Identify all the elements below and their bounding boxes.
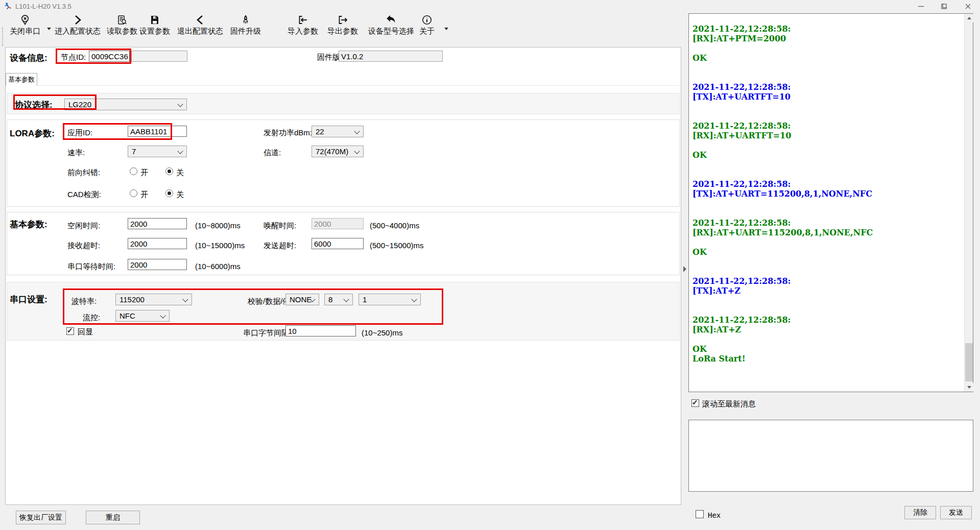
export-params-icon: [337, 14, 348, 26]
toolbar-grip: [2, 28, 3, 46]
node-id-input[interactable]: 0009CC36: [89, 51, 130, 62]
rate-select[interactable]: 7: [128, 146, 187, 157]
cad-label: CAD检测:: [67, 190, 101, 200]
hex-checkbox[interactable]: [696, 510, 704, 518]
chevron-down-icon: [160, 312, 165, 318]
maximize-icon: [941, 4, 947, 9]
log-line: [TX]:AT+UARTFT=10: [692, 92, 963, 102]
toolbar-read-params[interactable]: 读取参数: [106, 13, 138, 37]
serial-section-label: 串口设置:: [10, 294, 47, 305]
echo-checkbox[interactable]: [66, 327, 74, 335]
send-button[interactable]: 发送: [940, 506, 972, 519]
rate-value: 7: [132, 147, 136, 156]
log-area: 2021-11-22,12:28:58:[RX]:AT+PTM=2000 OK …: [692, 24, 963, 390]
clear-label: 清除: [913, 508, 927, 517]
toolbar-label: 设置参数: [139, 27, 170, 36]
cad-radio-on[interactable]: [130, 189, 137, 197]
cad-radio-off[interactable]: [165, 189, 173, 197]
tab-basic-params[interactable]: 基本参数: [6, 73, 37, 86]
window-title: L101-L-H20 V1.3.5: [15, 3, 71, 10]
app-id-input[interactable]: AABB1101: [128, 126, 187, 137]
idle-time-value: 2000: [130, 220, 147, 228]
stop-bits-select[interactable]: 1: [358, 294, 421, 305]
byte-gap-label: 串口字节间隔:: [243, 328, 291, 338]
scrollbar-thumb[interactable]: [965, 343, 973, 381]
maximize-button[interactable]: [933, 0, 955, 12]
echo-label: 回显: [78, 327, 93, 337]
parity-select[interactable]: NONE: [285, 294, 319, 305]
chevron-down-icon: [354, 128, 360, 134]
toolbar-label: 固件升级: [230, 27, 261, 36]
fec-radio-on[interactable]: [130, 167, 137, 175]
toolbar-label: 导入参数: [288, 27, 318, 36]
toolbar-device-model-select[interactable]: 设备型号选择: [365, 13, 418, 37]
flow-control-value: NFC: [119, 311, 135, 320]
log-line: 2021-11-22,12:28:58:: [692, 121, 963, 131]
factory-reset-button[interactable]: 恢复出厂设置: [16, 511, 66, 524]
channel-value: 72(470M): [316, 147, 348, 156]
send-input-area[interactable]: [688, 420, 973, 492]
toolbar-write-params[interactable]: 设置参数: [139, 13, 171, 37]
idle-time-input[interactable]: 2000: [128, 218, 187, 229]
send-label: 发送: [949, 508, 963, 517]
log-scrollbar[interactable]: [964, 14, 973, 392]
close-button[interactable]: [955, 0, 980, 12]
scroll-latest-checkbox[interactable]: [691, 399, 699, 407]
toolbar-enter-config-mode[interactable]: 进入配置状态: [51, 13, 104, 37]
toolbar-import-params[interactable]: 导入参数: [287, 13, 319, 37]
tab-strip-divider: [6, 85, 681, 86]
data-bits-select[interactable]: 8: [324, 294, 353, 305]
minimize-button[interactable]: [910, 0, 933, 12]
data-bits-value: 8: [328, 295, 332, 304]
chevron-down-icon[interactable]: [47, 28, 51, 30]
log-panel[interactable]: 2021-11-22,12:28:58:[RX]:AT+PTM=2000 OK …: [688, 13, 973, 392]
channel-select[interactable]: 72(470M): [312, 146, 364, 157]
clear-button[interactable]: 清除: [904, 506, 936, 519]
log-line: OK: [692, 247, 963, 257]
log-line: [692, 170, 963, 179]
log-line: [TX]:AT+UART=115200,8,1,NONE,NFC: [692, 189, 963, 199]
chevron-down-icon: [182, 296, 188, 302]
protocol-select[interactable]: LG220: [64, 99, 187, 110]
log-line: OK: [692, 53, 963, 63]
flow-control-select[interactable]: NFC: [115, 310, 170, 322]
arrow-up-icon: [967, 17, 971, 19]
fec-radio-off[interactable]: [165, 167, 173, 175]
cad-radio-on-label: 开: [140, 190, 148, 200]
parity-value: NONE: [290, 295, 312, 304]
app-logo-icon: [4, 2, 12, 10]
scroll-down-button[interactable]: [965, 383, 973, 392]
log-line: 2021-11-22,12:28:58:: [692, 276, 963, 286]
chevron-down-icon: [343, 296, 349, 302]
wake-time-value: 2000: [314, 220, 331, 228]
log-line: [692, 102, 963, 111]
log-line: LoRa Start!: [692, 354, 963, 364]
tx-power-label: 发射功率dBm:: [264, 128, 312, 138]
chevron-down-icon[interactable]: [444, 28, 448, 30]
splitter-collapse-arrow[interactable]: [683, 266, 686, 272]
toolbar-close-serial-port[interactable]: 关闭串口: [4, 13, 46, 37]
scroll-up-button[interactable]: [965, 14, 973, 22]
log-line: [692, 43, 963, 53]
uart-wait-input[interactable]: 2000: [128, 259, 187, 270]
toolbar-firmware-upgrade[interactable]: 固件升级: [230, 13, 261, 37]
idle-time-label: 空闲时间:: [67, 221, 100, 231]
baud-select[interactable]: 115200: [115, 294, 192, 305]
baud-label: 波特率:: [71, 297, 97, 306]
node-id-extra-field[interactable]: [131, 51, 187, 62]
restart-button[interactable]: 重启: [86, 511, 140, 524]
tx-timeout-input[interactable]: 6000: [312, 238, 364, 249]
app-window: L101-L-H20 V1.3.5 关闭串口 进入配置状态: [0, 0, 980, 530]
basic-section-label: 基本参数:: [10, 219, 47, 230]
toolbar-about[interactable]: 关于: [413, 13, 441, 37]
log-line: [RX]:AT+PTM=2000: [692, 34, 963, 43]
byte-gap-input[interactable]: 10: [285, 325, 356, 336]
about-icon: [421, 14, 433, 26]
toolbar-exit-config-mode[interactable]: 退出配置状态: [174, 13, 227, 37]
tx-power-select[interactable]: 22: [312, 126, 364, 137]
toolbar-export-params[interactable]: 导出参数: [327, 13, 358, 37]
log-line: [RX]:AT+UARTFT=10: [692, 131, 963, 140]
device-info-section-label: 设备信息:: [10, 52, 47, 64]
byte-gap-range: (10~250)ms: [362, 328, 402, 337]
rx-timeout-input[interactable]: 2000: [128, 238, 187, 249]
